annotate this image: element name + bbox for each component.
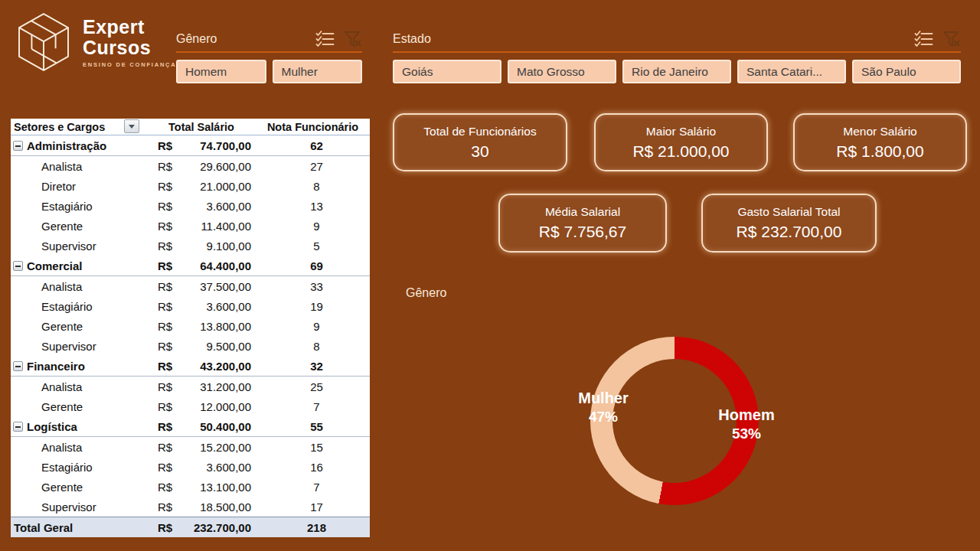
row-label: Gerente	[41, 220, 83, 233]
collapse-icon[interactable]	[13, 422, 23, 432]
kpi-value: R$ 7.756,67	[539, 223, 626, 241]
slicer-genero: Gênero HomemMulher	[176, 29, 362, 83]
salary-value: 31.200,00	[200, 380, 251, 393]
nota-value: 8	[256, 180, 370, 193]
currency-symbol: R$	[158, 280, 172, 293]
table-row: Analista R$ 15.200,00 15	[11, 437, 370, 457]
nota-value: 69	[256, 259, 370, 272]
logo-line1: Expert	[83, 17, 177, 37]
salary-value: 13.100,00	[200, 481, 251, 494]
table-row: Estagiário R$ 3.600,00 16	[11, 457, 370, 477]
multi-select-icon[interactable]	[914, 31, 933, 47]
row-label: Logística	[27, 420, 77, 433]
currency-symbol: R$	[158, 200, 172, 213]
salary-value: 18.500,00	[200, 500, 251, 514]
row-label: Administração	[27, 139, 106, 152]
salary-value: 3.600,00	[207, 200, 251, 213]
row-label: Supervisor	[41, 500, 96, 514]
kpi-card-gasto-salarial: Gasto Salarial Total R$ 232.700,00	[701, 194, 877, 253]
kpi-label: Menor Salário	[843, 125, 917, 139]
slicer-underline	[393, 51, 961, 53]
pivot-table: Setores e Cargos Total Salário Nota Func…	[11, 119, 370, 537]
slicer-item-estado-0[interactable]: Goiás	[393, 60, 501, 83]
collapse-icon[interactable]	[13, 261, 23, 271]
salary-value: 15.200,00	[200, 441, 251, 454]
table-row: Gerente R$ 13.800,00 9	[11, 316, 370, 336]
dashboard-root: Expert Cursos ENSINO DE CONFIANÇA Gênero	[0, 0, 980, 551]
table-row: Supervisor R$ 18.500,00 17	[11, 497, 370, 517]
table-row: Total Geral R$ 232.700,00 218	[11, 517, 370, 537]
currency-symbol: R$	[158, 360, 172, 373]
kpi-card-media-salarial: Média Salarial R$ 7.756,67	[498, 194, 667, 253]
row-label: Analista	[41, 380, 82, 393]
collapse-icon[interactable]	[13, 361, 23, 371]
currency-symbol: R$	[158, 380, 172, 393]
slicer-item-estado-3[interactable]: Santa Catari...	[737, 60, 846, 83]
kpi-card-maior-salario: Maior Salário R$ 21.000,00	[594, 113, 768, 171]
nota-value: 33	[256, 280, 370, 293]
slicer-item-genero-1[interactable]: Mulher	[273, 60, 363, 83]
row-label: Gerente	[41, 320, 83, 333]
pivot-table-header: Setores e Cargos Total Salário Nota Func…	[11, 119, 370, 135]
nota-value: 55	[256, 420, 370, 433]
nota-value: 13	[256, 200, 370, 213]
slicer-underline	[176, 51, 362, 53]
slice-category: Homem	[697, 406, 796, 424]
table-row: Comercial R$ 64.400,00 69	[11, 256, 370, 276]
table-row: Gerente R$ 11.400,00 9	[11, 216, 370, 236]
slice-category: Mulher	[554, 389, 653, 407]
salary-value: 43.200,00	[200, 360, 251, 373]
table-row: Diretor R$ 21.000,00 8	[11, 176, 370, 196]
slicer-item-estado-1[interactable]: Mato Grosso	[508, 60, 616, 83]
clear-filter-icon[interactable]	[344, 30, 362, 48]
nota-value: 8	[256, 340, 370, 353]
table-row: Administração R$ 74.700,00 62	[11, 135, 370, 156]
currency-symbol: R$	[158, 139, 172, 152]
salary-value: 9.500,00	[207, 340, 251, 353]
nota-value: 218	[256, 521, 370, 534]
row-label: Financeiro	[27, 360, 85, 373]
salary-value: 37.500,00	[200, 280, 251, 293]
nota-value: 5	[256, 240, 370, 253]
slicer-item-estado-4[interactable]: São Paulo	[852, 60, 961, 83]
table-row: Analista R$ 37.500,00 33	[11, 276, 370, 296]
nota-value: 16	[256, 461, 370, 474]
row-label: Estagiário	[41, 300, 93, 313]
currency-symbol: R$	[158, 340, 172, 353]
currency-symbol: R$	[158, 441, 172, 454]
currency-symbol: R$	[158, 180, 172, 193]
table-row: Supervisor R$ 9.100,00 5	[11, 236, 370, 256]
slice-label-homem: Homem 53%	[697, 406, 796, 444]
expert-cursos-cube-icon	[12, 11, 75, 73]
row-label: Analista	[41, 160, 82, 173]
clear-filter-icon[interactable]	[942, 30, 961, 48]
kpi-value: R$ 21.000,00	[632, 142, 729, 161]
slicer-item-estado-2[interactable]: Rio de Janeiro	[622, 60, 731, 83]
multi-select-icon[interactable]	[315, 31, 335, 47]
collapse-icon[interactable]	[13, 141, 23, 151]
slicer-estado-items: GoiásMato GrossoRio de JaneiroSanta Cata…	[393, 60, 961, 83]
slicer-item-genero-0[interactable]: Homem	[176, 60, 266, 83]
table-row: Gerente R$ 12.000,00 7	[11, 396, 370, 416]
nota-value: 7	[256, 481, 370, 494]
logo-tagline: ENSINO DE CONFIANÇA	[83, 61, 177, 68]
currency-symbol: R$	[158, 481, 172, 494]
table-row: Analista R$ 31.200,00 25	[11, 377, 370, 396]
currency-symbol: R$	[158, 320, 172, 333]
currency-symbol: R$	[158, 300, 172, 313]
filter-dropdown-button[interactable]	[124, 119, 139, 133]
slicer-genero-title: Gênero	[176, 32, 217, 46]
row-label: Analista	[41, 441, 82, 454]
salary-value: 74.700,00	[200, 139, 251, 152]
slice-label-mulher: Mulher 47%	[554, 389, 653, 427]
table-row: Gerente R$ 13.100,00 7	[11, 477, 370, 497]
nota-value: 15	[256, 441, 370, 454]
currency-symbol: R$	[158, 400, 172, 413]
table-row: Estagiário R$ 3.600,00 19	[11, 296, 370, 316]
logo-line2: Cursos	[83, 37, 177, 58]
table-row: Analista R$ 29.600,00 27	[11, 156, 370, 176]
salary-value: 11.400,00	[201, 220, 251, 233]
row-label: Estagiário	[41, 200, 93, 213]
table-row: Supervisor R$ 9.500,00 8	[11, 336, 370, 356]
logo-text: Expert Cursos ENSINO DE CONFIANÇA	[83, 17, 177, 68]
